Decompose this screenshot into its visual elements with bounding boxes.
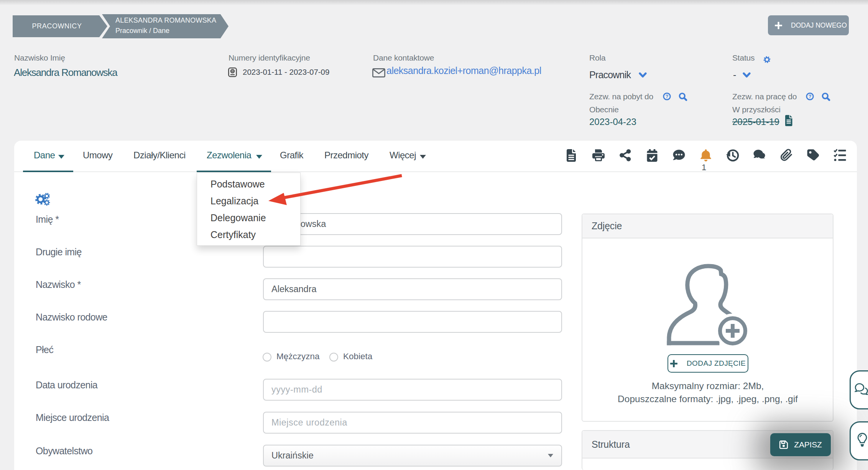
svg-text:?: ?	[809, 94, 812, 99]
svg-text:?: ?	[666, 94, 669, 99]
